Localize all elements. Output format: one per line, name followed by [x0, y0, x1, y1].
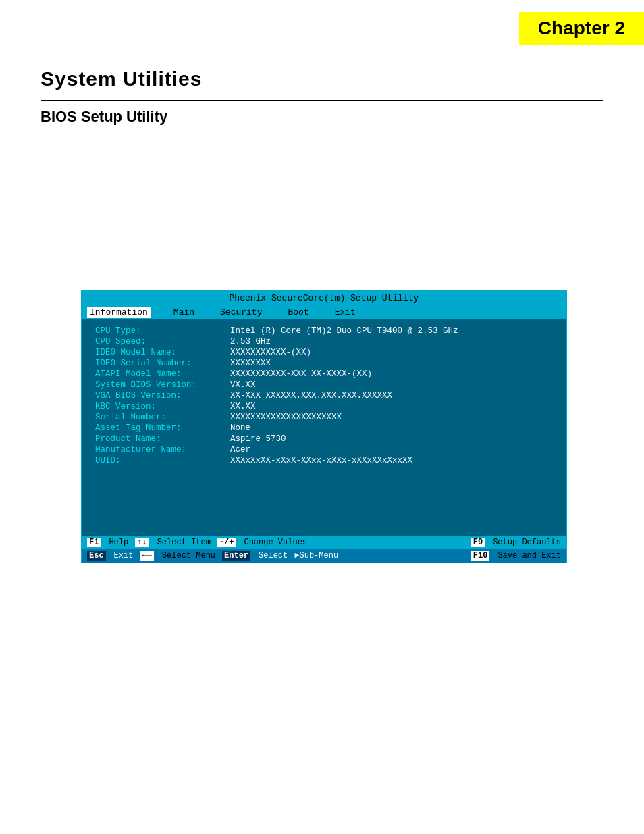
- key-enter: Enter: [222, 551, 250, 561]
- desc-exit: Exit: [114, 551, 134, 561]
- bios-info-row: Serial Number:XXXXXXXXXXXXXXXXXXXXXX: [95, 413, 553, 422]
- desc-select: Select: [259, 551, 288, 561]
- chapter-label: Chapter 2: [538, 18, 625, 38]
- desc-submenu: ►Sub-Menu: [294, 551, 338, 561]
- bios-menu-security[interactable]: Security: [217, 307, 265, 318]
- bios-info-row: Product Name:Aspire 5730: [95, 434, 553, 444]
- bios-menu-boot[interactable]: Boot: [285, 307, 311, 318]
- bios-info-value: Acer: [230, 445, 250, 454]
- bios-menu-main[interactable]: Main: [171, 307, 197, 318]
- bios-info-value: Intel (R) Core (TM)2 Duo CPU T9400 @ 2.5…: [230, 326, 458, 336]
- bios-info-row: CPU Speed:2.53 GHz: [95, 337, 553, 346]
- chapter-banner: Chapter 2: [519, 12, 644, 45]
- bios-content: CPU Type:Intel (R) Core (TM)2 Duo CPU T9…: [82, 319, 566, 536]
- bios-info-label: KBC Version:: [95, 402, 230, 411]
- desc-help: Help: [109, 538, 128, 547]
- bios-info-row: ATAPI Model Name:XXXXXXXXXXX-XXX XX-XXXX…: [95, 369, 553, 379]
- bios-menu-information[interactable]: Information: [87, 307, 151, 318]
- bios-info-value: None: [230, 423, 250, 433]
- bios-status-bar2: Esc Exit ←→ Select Menu Enter Select ►Su…: [82, 549, 566, 563]
- bios-info-row: IDE0 Model Name:XXXXXXXXXXX-(XX): [95, 348, 553, 357]
- bios-info-label: ATAPI Model Name:: [95, 369, 230, 379]
- bios-info-value: XXXxXxXX-xXxX-XXxx-xXXx-xXXxXXxXxxXX: [230, 456, 412, 465]
- bios-info-row: VGA BIOS Version:XX-XXX XXXXXX.XXX.XXX.X…: [95, 391, 553, 400]
- bios-info-value: XXXXXXXX: [230, 359, 271, 368]
- bios-info-value: Aspire 5730: [230, 434, 286, 444]
- bios-title-bar: Phoenix SecureCore(tm) Setup Utility: [82, 291, 566, 305]
- bios-info-row: UUID:XXXxXxXX-xXxX-XXxx-xXXx-xXXxXXxXxxX…: [95, 456, 553, 465]
- title-divider: [41, 100, 603, 101]
- bios-info-label: IDE0 Model Name:: [95, 348, 230, 357]
- bios-info-value: XX-XXX XXXXXX.XXX.XXX.XXX.XXXXXX: [230, 391, 392, 400]
- bios-status-bar1: F1 Help ↑↓ Select Item -/+ Change Values…: [82, 536, 566, 549]
- bios-info-row: KBC Version:XX.XX: [95, 402, 553, 411]
- desc-select-menu: Select Menu: [162, 551, 215, 561]
- bios-info-label: Product Name:: [95, 434, 230, 444]
- key-updown: ↑↓: [135, 538, 149, 547]
- bios-info-label: Manufacturer Name:: [95, 445, 230, 454]
- bios-screenshot: Phoenix SecureCore(tm) Setup Utility Inf…: [81, 290, 567, 563]
- desc-save-exit: Save and Exit: [498, 551, 561, 561]
- key-f1: F1: [87, 538, 101, 547]
- bios-info-label: System BIOS Version:: [95, 380, 230, 390]
- key-plusminus: -/+: [217, 538, 236, 547]
- bios-info-label: VGA BIOS Version:: [95, 391, 230, 400]
- bottom-divider: [41, 793, 603, 793]
- bios-info-value: XX.XX: [230, 402, 256, 411]
- desc-setup-defaults: Setup Defaults: [493, 538, 561, 547]
- bios-info-value: 2.53 GHz: [230, 337, 271, 346]
- bios-info-value: VX.XX: [230, 380, 256, 390]
- bios-info-row: Manufacturer Name:Acer: [95, 445, 553, 454]
- bios-info-label: UUID:: [95, 456, 230, 465]
- section-subtitle: BIOS Setup Utility: [41, 108, 167, 126]
- key-esc: Esc: [87, 551, 106, 561]
- key-f10: F10: [471, 551, 490, 561]
- page-title: System Utilities: [41, 68, 202, 90]
- bios-info-label: CPU Speed:: [95, 337, 230, 346]
- bios-info-label: Asset Tag Number:: [95, 423, 230, 433]
- bios-info-label: Serial Number:: [95, 413, 230, 422]
- bios-info-value: XXXXXXXXXXX-(XX): [230, 348, 311, 357]
- bios-info-row: IDE0 Serial Number:XXXXXXXX: [95, 359, 553, 368]
- bios-menu-exit[interactable]: Exit: [332, 307, 358, 318]
- bios-menu-bar: Information Main Security Boot Exit: [82, 305, 566, 319]
- bios-info-row: Asset Tag Number:None: [95, 423, 553, 433]
- bios-info-label: IDE0 Serial Number:: [95, 359, 230, 368]
- bios-info-value: XXXXXXXXXXXXXXXXXXXXXX: [230, 413, 342, 422]
- key-leftright: ←→: [140, 551, 153, 561]
- key-f9: F9: [471, 538, 485, 547]
- desc-select-item: Select Item: [157, 538, 211, 547]
- bios-info-value: XXXXXXXXXXX-XXX XX-XXXX-(XX): [230, 369, 372, 379]
- bios-info-row: System BIOS Version:VX.XX: [95, 380, 553, 390]
- bios-info-row: CPU Type:Intel (R) Core (TM)2 Duo CPU T9…: [95, 326, 553, 336]
- desc-change-values: Change Values: [244, 538, 307, 547]
- bios-info-label: CPU Type:: [95, 326, 230, 336]
